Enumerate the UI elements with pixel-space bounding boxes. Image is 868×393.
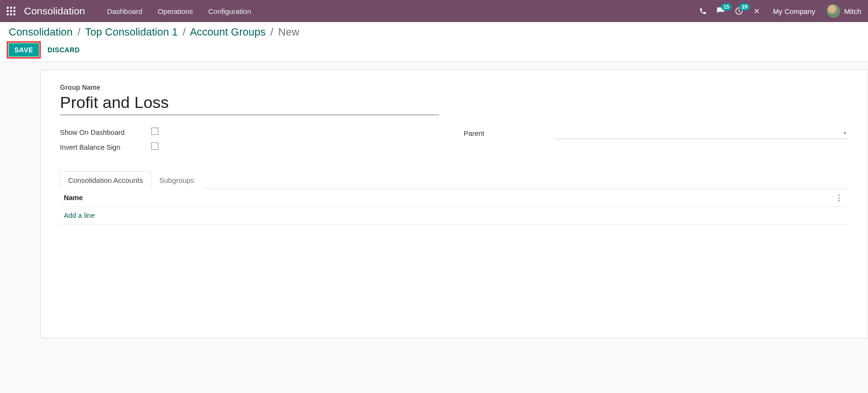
table-header: Name ⋮ [60, 189, 848, 207]
group-name-label: Group Name [60, 83, 848, 91]
form-tabs: Consolidation Accounts Subgroups [60, 171, 848, 189]
voip-icon[interactable] [699, 7, 707, 15]
breadcrumb-consolidation[interactable]: Consolidation [9, 26, 72, 38]
column-name: Name [64, 194, 833, 202]
username-label: Mitch [844, 7, 861, 15]
svg-rect-5 [13, 10, 15, 12]
save-button[interactable]: SAVE [9, 43, 39, 57]
breadcrumb-current: New [278, 26, 299, 38]
svg-rect-1 [10, 7, 12, 9]
svg-rect-3 [7, 10, 9, 12]
show-on-dashboard-label: Show On Dashboard [60, 129, 151, 136]
nav-item-dashboard[interactable]: Dashboard [99, 7, 150, 15]
svg-rect-4 [10, 10, 12, 12]
svg-rect-0 [7, 7, 9, 9]
svg-rect-2 [13, 7, 15, 9]
breadcrumb: Consolidation / Top Consolidation 1 / Ac… [9, 26, 859, 38]
breadcrumb-account-groups[interactable]: Account Groups [190, 26, 266, 38]
add-line-link[interactable]: Add a line [60, 207, 848, 225]
apps-icon[interactable] [7, 7, 15, 15]
svg-rect-7 [10, 13, 12, 15]
app-brand[interactable]: Consolidation [24, 5, 85, 17]
top-navbar: Consolidation Dashboard Operations Confi… [0, 0, 868, 22]
kebab-icon[interactable]: ⋮ [833, 194, 844, 202]
breadcrumb-top-consolidation-1[interactable]: Top Consolidation 1 [85, 26, 178, 38]
svg-rect-8 [13, 13, 15, 15]
user-menu[interactable]: Mitch [827, 4, 861, 18]
nav-item-operations[interactable]: Operations [150, 7, 201, 15]
chat-icon[interactable]: 15 [716, 7, 725, 15]
parent-select[interactable] [555, 128, 849, 139]
chat-badge: 15 [721, 3, 732, 11]
svg-rect-6 [7, 13, 9, 15]
discard-button[interactable]: DISCARD [46, 43, 82, 57]
group-name-input[interactable] [60, 93, 439, 115]
show-on-dashboard-checkbox[interactable] [151, 128, 158, 135]
tab-subgroups[interactable]: Subgroups [151, 171, 202, 189]
control-panel: Consolidation / Top Consolidation 1 / Ac… [0, 22, 868, 62]
company-switcher[interactable]: My Company [773, 7, 815, 15]
close-studio-icon[interactable] [753, 7, 761, 15]
tab-consolidation-accounts[interactable]: Consolidation Accounts [60, 171, 151, 189]
avatar [827, 4, 840, 18]
invert-balance-sign-label: Invert Balance Sign [60, 143, 151, 151]
invert-balance-sign-checkbox[interactable] [151, 143, 158, 150]
activity-badge: 29 [739, 3, 750, 11]
form-sheet: Group Name Show On Dashboard Invert Bala… [40, 70, 868, 338]
parent-label: Parent [464, 130, 555, 137]
activity-icon[interactable]: 29 [735, 7, 743, 15]
nav-item-configuration[interactable]: Configuration [201, 7, 259, 15]
